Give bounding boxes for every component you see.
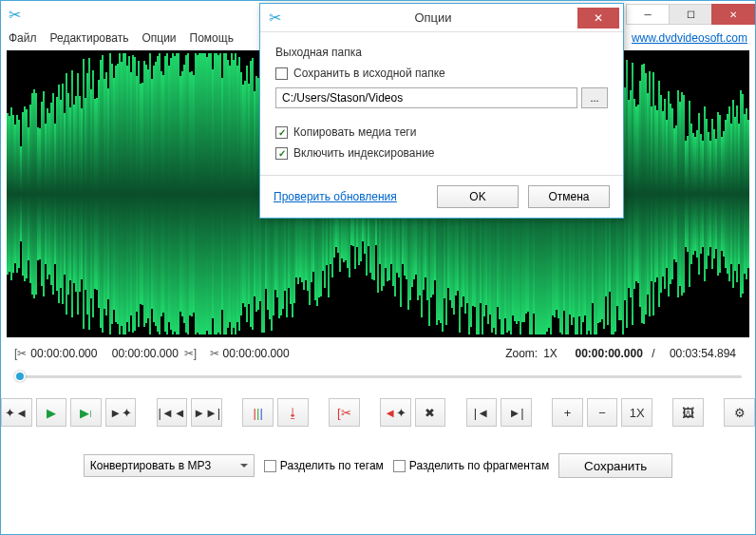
minimize-button[interactable]: ─ xyxy=(626,4,670,25)
image-button[interactable]: 🖼 xyxy=(672,398,704,427)
zoom-in-button[interactable]: + xyxy=(552,398,583,427)
checkbox-checked-icon xyxy=(275,147,288,160)
split-by-tags-checkbox[interactable]: Разделить по тегам xyxy=(264,459,384,472)
position-time: 00:00:00.000 xyxy=(576,347,643,360)
play-button[interactable]: ▶ xyxy=(36,398,67,427)
delete-button[interactable]: ✖ xyxy=(415,398,446,427)
seek-back-button[interactable]: ✦◄ xyxy=(1,398,32,427)
enable-indexing-checkbox[interactable]: Включить индексирование xyxy=(275,146,608,160)
check-updates-link[interactable]: Проверить обновления xyxy=(274,190,397,203)
save-in-source-checkbox[interactable]: Сохранить в исходной папке xyxy=(275,67,608,80)
split-by-fragments-checkbox[interactable]: Разделить по фрагментам xyxy=(393,459,549,472)
bracket-close-icon: ✂] xyxy=(184,347,197,360)
dialog-icon: ✂ xyxy=(260,9,289,27)
seek-forward-button[interactable]: ►✦ xyxy=(105,398,137,427)
marker-button[interactable]: ||| xyxy=(242,398,274,427)
options-dialog: ✂ Опции ✕ Выходная папка Сохранить в исх… xyxy=(259,3,624,219)
checkbox-icon xyxy=(264,460,276,472)
set-marker-button[interactable]: ⭳ xyxy=(277,398,309,427)
checkbox-icon xyxy=(393,460,406,472)
time-separator: / xyxy=(652,347,654,360)
go-end-button[interactable]: ►| xyxy=(501,398,532,427)
format-label: Конвертировать в MP3 xyxy=(90,459,211,472)
bracket-open-icon: [✂ xyxy=(14,347,27,360)
maximize-button[interactable]: ☐ xyxy=(669,4,712,25)
checkbox-icon xyxy=(275,67,288,80)
enable-index-label: Включить индексирование xyxy=(293,146,435,160)
cancel-button[interactable]: Отмена xyxy=(528,185,610,208)
zoom-reset-button[interactable]: 1X xyxy=(621,398,652,427)
copy-tags-label: Копировать медиа теги xyxy=(293,125,416,139)
scissors-icon: ✂ xyxy=(210,347,219,360)
cut-button[interactable]: [✂ xyxy=(329,398,360,427)
toolbar: ✦◄ ▶ ▶| ►✦ |◄◄ ►►| ||| ⭳ [✂ ◄✦ ✖ |◄ ►| +… xyxy=(1,392,755,436)
menu-file[interactable]: Файл xyxy=(9,31,37,45)
menu-options[interactable]: Опции xyxy=(142,31,176,45)
menu-edit[interactable]: Редактировать xyxy=(50,31,129,45)
format-combo[interactable]: Конвертировать в MP3 xyxy=(84,454,255,477)
cursor-time: 00:00:00.000 xyxy=(223,347,290,360)
selection-start-time: 00:00:00.000 xyxy=(30,347,97,360)
close-button[interactable]: ✕ xyxy=(711,4,755,25)
skip-back-button[interactable]: |◄◄ xyxy=(157,398,188,427)
split-fragments-label: Разделить по фрагментам xyxy=(409,459,549,472)
scissors-icon: ✂ xyxy=(9,6,21,24)
zoom-out-button[interactable]: − xyxy=(587,398,618,427)
play-selection-button[interactable]: ▶| xyxy=(70,398,102,427)
zoom-label: Zoom: xyxy=(505,347,538,360)
slider-track xyxy=(14,375,742,378)
selection-end-time: 00:00:00.000 xyxy=(112,347,179,360)
bottom-bar: Конвертировать в MP3 Разделить по тегам … xyxy=(1,436,755,489)
app-icon: ✂ xyxy=(1,1,28,28)
dialog-titlebar[interactable]: ✂ Опции ✕ xyxy=(260,4,623,32)
dialog-title: Опции xyxy=(289,10,577,25)
ok-button[interactable]: OK xyxy=(437,185,519,208)
duration-time: 00:03:54.894 xyxy=(670,347,736,360)
checkbox-checked-icon xyxy=(275,126,288,139)
dialog-close-button[interactable]: ✕ xyxy=(577,8,619,29)
website-link[interactable]: www.dvdvideosoft.com xyxy=(632,31,747,45)
zoom-value: 1X xyxy=(543,347,558,360)
slider-thumb[interactable] xyxy=(14,371,26,382)
go-start-button[interactable]: |◄ xyxy=(466,398,498,427)
time-info-bar: [✂ 00:00:00.000 00:00:00.000 ✂] ✂ 00:00:… xyxy=(1,337,755,364)
output-path-input[interactable] xyxy=(275,87,577,108)
browse-button[interactable]: ... xyxy=(581,87,608,108)
sliders-icon: ⚙ xyxy=(734,406,746,420)
save-source-label: Сохранить в исходной папке xyxy=(293,67,445,80)
menu-help[interactable]: Помощь xyxy=(190,31,234,45)
trim-left-button[interactable]: ◄✦ xyxy=(380,398,411,427)
position-slider[interactable] xyxy=(14,368,742,385)
copy-media-tags-checkbox[interactable]: Копировать медиа теги xyxy=(275,125,608,139)
settings-button[interactable]: ⚙ xyxy=(724,398,755,427)
save-button[interactable]: Сохранить xyxy=(558,453,672,478)
skip-forward-button[interactable]: ►►| xyxy=(191,398,222,427)
split-tags-label: Разделить по тегам xyxy=(280,459,384,472)
output-folder-label: Выходная папка xyxy=(275,46,608,59)
